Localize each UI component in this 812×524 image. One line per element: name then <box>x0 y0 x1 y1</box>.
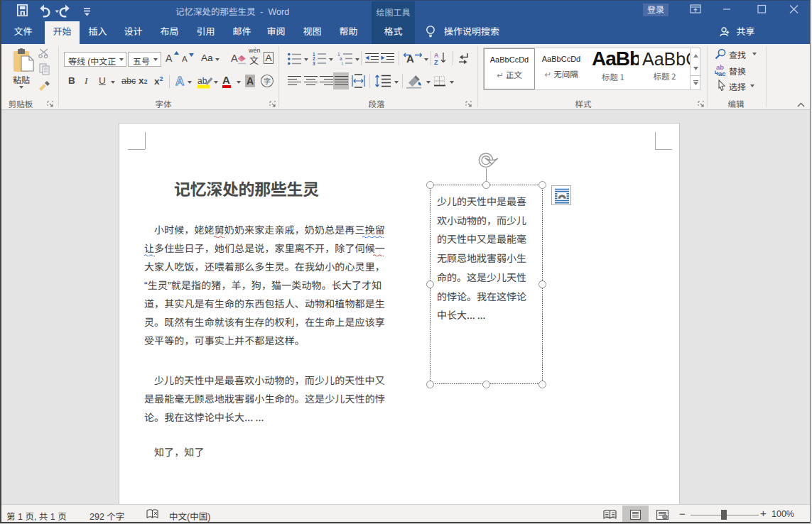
svg-text:Z: Z <box>434 59 438 65</box>
svg-text:A: A <box>231 53 238 64</box>
svg-text:A: A <box>175 75 184 88</box>
svg-text:ac: ac <box>718 70 726 77</box>
svg-text:3: 3 <box>313 61 315 66</box>
svg-text:A: A <box>406 53 414 65</box>
svg-text:字: 字 <box>264 75 271 86</box>
svg-text:A: A <box>434 52 439 59</box>
svg-text:i: i <box>342 61 342 66</box>
svg-text:ab: ab <box>197 76 207 86</box>
svg-text:A: A <box>222 74 230 86</box>
